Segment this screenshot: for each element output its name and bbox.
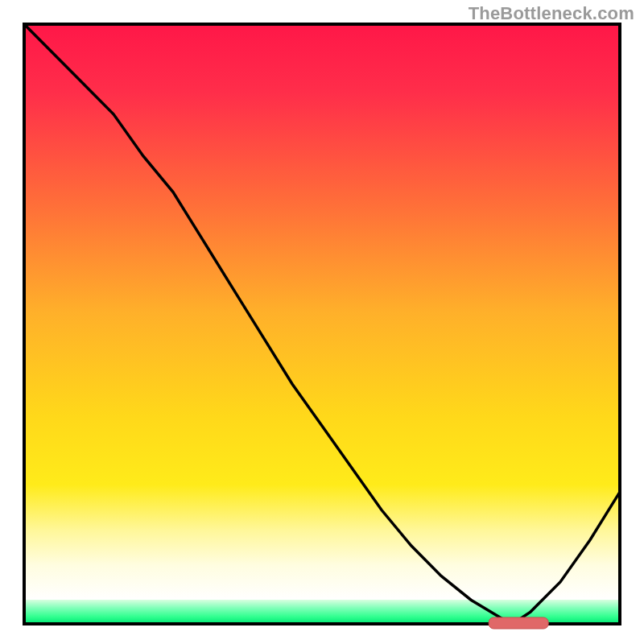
gradient-background [24, 24, 620, 600]
minimum-marker [489, 617, 548, 629]
watermark-text: TheBottleneck.com [469, 3, 634, 24]
chart-container: TheBottleneck.com [0, 0, 644, 644]
plot-area [24, 24, 620, 629]
chart-svg [0, 0, 644, 644]
